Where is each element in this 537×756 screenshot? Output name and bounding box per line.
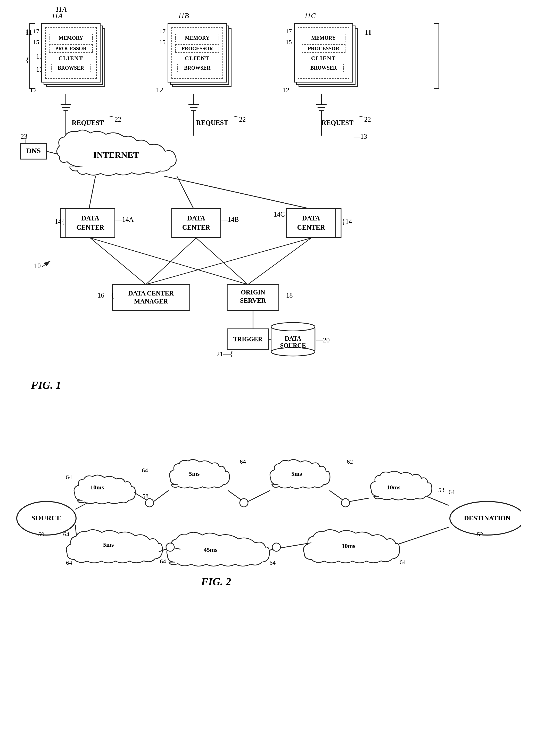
svg-text:64: 64 [399,559,406,566]
svg-text:50: 50 [38,531,44,538]
svg-text:—13: —13 [353,133,367,140]
svg-text:{: { [26,57,29,64]
svg-text:10ms: 10ms [342,542,355,549]
svg-text:23: 23 [21,133,27,140]
svg-text:SOURCE: SOURCE [31,514,62,522]
svg-text:45ms: 45ms [204,546,217,553]
svg-text:TRIGGER: TRIGGER [233,336,263,343]
svg-text:64: 64 [160,558,166,565]
svg-text:—14A: —14A [115,216,134,223]
svg-text:REQUEST: REQUEST [321,119,354,127]
svg-text:REQUEST: REQUEST [196,119,228,127]
svg-line-72 [42,261,50,267]
svg-text:62: 62 [347,458,353,465]
svg-text:14{: 14{ [55,218,65,225]
svg-line-33 [146,238,196,284]
svg-point-99 [341,499,350,507]
svg-text:64: 64 [240,458,246,465]
svg-text:5ms: 5ms [189,470,199,477]
svg-text:⌒22: ⌒22 [108,116,121,123]
svg-point-93 [145,499,154,507]
svg-line-97 [248,490,270,501]
svg-text:64: 64 [142,467,148,474]
svg-point-48 [271,348,315,356]
browser-label-c: BROWSER [304,64,344,72]
svg-line-31 [90,238,145,284]
ref15-b: 15 [159,39,166,46]
client-a-card-front: MEMORY PROCESSOR CLIENT BROWSER [41,23,101,82]
svg-rect-25 [172,209,221,237]
svg-text:58: 58 [142,493,148,499]
ref17-c: 17 [286,28,292,35]
client-a: MEMORY PROCESSOR CLIENT BROWSER 11A 17 1… [41,23,108,95]
svg-rect-0 [21,143,46,159]
svg-line-34 [196,238,248,284]
svg-text:}14: }14 [342,218,352,225]
svg-line-19 [89,176,95,209]
svg-text:ORIGIN: ORIGIN [241,289,265,296]
ref17-b: 17 [159,28,166,35]
svg-text:64: 64 [66,474,72,481]
svg-point-104 [166,543,174,551]
svg-text:DESTINATION: DESTINATION [464,514,511,522]
svg-text:⌒22: ⌒22 [232,116,246,123]
svg-text:DATA: DATA [302,215,320,222]
processor-label-b: PROCESSOR [175,44,219,53]
ref15-c: 15 [286,39,292,46]
svg-text:CENTER: CENTER [182,224,211,231]
client-c-card-front: MEMORY PROCESSOR CLIENT BROWSER [294,23,353,82]
svg-text:5ms: 5ms [291,470,302,477]
svg-text:FIG. 2: FIG. 2 [201,576,231,588]
memory-label-c: MEMORY [302,34,346,42]
svg-rect-22 [66,209,115,237]
svg-point-107 [272,543,280,551]
fig1-diagram: DNS INTERNET [16,16,521,423]
svg-text:16—{: 16—{ [98,292,114,299]
svg-rect-46 [271,327,315,352]
svg-text:21—{: 21—{ [216,351,233,358]
client-b: MEMORY PROCESSOR CLIENT BROWSER 11B 17 1… [168,23,234,95]
page: { "fig1": { "title": "FIG. 1", "labels":… [0,0,537,756]
processor-label-c: PROCESSOR [302,44,346,53]
svg-text:CENTER: CENTER [297,224,326,231]
svg-text:64: 64 [269,559,275,566]
svg-line-109 [398,527,449,544]
client-label-b: CLIENT [185,55,210,62]
svg-line-32 [90,238,248,284]
memory-label-a: MEMORY [49,34,93,42]
client-c-label: 11C [304,12,316,20]
processor-label-a: PROCESSOR [49,44,93,53]
svg-line-101 [427,496,449,505]
svg-text:52: 52 [477,531,483,538]
ref12-b: 12 [156,86,163,94]
svg-rect-40 [227,284,279,311]
svg-line-20 [177,176,194,209]
ref17-a: 17 [33,28,39,35]
svg-text:FIG. 1: FIG. 1 [31,379,61,391]
client-b-card-front: MEMORY PROCESSOR CLIENT BROWSER [168,23,227,82]
svg-text:CENTER: CENTER [76,224,105,231]
svg-rect-37 [112,284,190,311]
fig2-diagram: SOURCE 50 DESTINATION 52 10ms 5ms 5ms 10… [16,433,521,609]
svg-text:—18: —18 [279,292,293,299]
svg-text:10ms: 10ms [90,484,104,491]
svg-text:DATA: DATA [81,215,100,222]
svg-rect-44 [227,329,268,350]
memory-label-b: MEMORY [175,34,219,42]
svg-line-100 [350,498,369,501]
client-b-label: 11B [178,12,189,20]
ref12-a: 12 [30,86,37,94]
svg-line-36 [248,238,311,284]
svg-text:14C—: 14C— [274,211,292,218]
ref11-right: 11 [365,28,371,37]
svg-text:10ms: 10ms [387,484,400,491]
svg-line-21 [164,176,310,209]
ref11-left: 11 [25,28,32,37]
svg-text:64: 64 [63,531,69,538]
svg-line-35 [146,238,311,284]
ref15-a: 15 [33,39,39,46]
svg-text:DATA: DATA [285,335,301,342]
client-a-label: 11A [52,12,62,20]
svg-point-47 [271,322,315,331]
svg-text:MANAGER: MANAGER [134,298,168,305]
